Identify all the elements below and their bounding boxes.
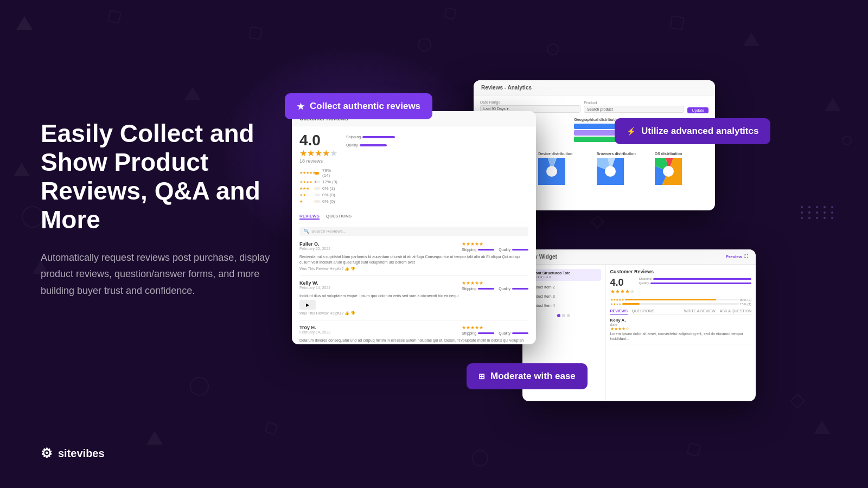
rating-count: 18 reviews [299,158,337,164]
selected-product[interactable]: Front Structured Tote ★★★★☆ 4.0 [527,269,601,281]
tab-questions[interactable]: QUESTIONS [326,214,352,220]
badge-moderate-label: Moderate with ease [490,371,576,382]
product-item[interactable]: Product Item 4 [527,301,601,310]
main-title: Easily Collect and Show Product Reviews,… [41,119,296,234]
filters: Shipping Quality [346,133,528,208]
review-text: Delarum dolores consequatur und ad corpu… [299,338,528,344]
rating-row-3: ★★★ 0% (1) [299,186,337,191]
review-stars: ★★★★★ [462,280,528,286]
customer-reviews-title: Customer Reviews [610,269,751,274]
device-dist: Device distribution [538,152,592,187]
moderate-icon: ⊞ [478,372,485,381]
review-item: Troy H. February 14, 2022 ★★★★★ Shipping… [299,325,528,344]
reviews-panel: Customer Reviews 4.0 ★★★★★ 18 reviews ★★… [292,111,536,344]
mini-rating-bars: ★★★★★ 80% (2) ★★★★ 15% (1) [610,298,751,306]
review-text: Incidunt dius ad voluptatem eaque. Ipsum… [299,293,528,299]
review-date: February 25, 2022 [299,247,330,251]
review-metrics: Shipping Quality [462,287,528,291]
badge-analytics: ⚡ Utilize advanced analytitcs [615,118,770,144]
reviews-panel-body: 4.0 ★★★★★ 18 reviews ★★★★★ 78% (14) ★★★★… [292,126,536,344]
tab-reviews-mini[interactable]: REVIEWS [610,309,628,314]
pagination[interactable] [527,314,601,317]
browser-dist: Browsers distribution [597,152,650,187]
badge-collect: ★ Collect authentic reviews [285,93,432,119]
rating-row-2: ★★ 0% (0) [299,192,337,197]
rating-row-5: ★★★★★ 78% (14) [299,168,337,178]
rating-bars: ★★★★★ 78% (14) ★★★★ 17% (3) ★★★ 0% (1) [299,168,337,204]
badge-analytics-label: Utilize advanced analytitcs [641,126,758,137]
panel-controls: Preview ⛶ [726,254,748,259]
write-review-btn[interactable]: WRITE A REVIEW [684,309,716,314]
tab-questions-mini[interactable]: QUESTIONS [632,309,654,314]
reviewer-name: Kelly W. [299,280,330,286]
reviewer-name: Troy H. [299,325,330,330]
device-pie-chart [538,158,565,185]
helpful-row: Was This Review Helpful? 👍 👎 [299,311,528,316]
browser-pie-chart [597,158,624,185]
review-metrics: Shipping Quality [462,331,528,335]
ask-question-btn[interactable]: ASK A QUESTION [720,309,751,314]
review-stars: ★★★★★ [462,241,528,247]
logo-icon: ⚙ [41,446,53,461]
review-metrics: Shipping Quality [462,248,528,252]
svg-point-9 [605,166,616,177]
logo-text: sitevibes [58,447,105,460]
search-icon: 🔍 [304,229,309,234]
review-text: Recienda nulla cupidatat Nam parformis I… [299,254,528,265]
badge-moderate: ⊞ Moderate with ease [467,363,588,389]
rating-row-1: ★ 0% (0) [299,199,337,204]
rating-stars: ★★★★★ [299,148,337,158]
analytics-icon: ⚡ [627,127,636,136]
rating-number: 4.0 [299,133,337,148]
product-item[interactable]: Product Item 2 [527,283,601,291]
review-date: February 14, 2022 [299,286,330,290]
os-dist: OS distribution [655,152,709,187]
mini-review-item: Kelly A. date ★★★★☆ Lorem ipsum dolor si… [610,318,751,344]
analytics-panel-header: Reviews - Analytics [474,80,715,95]
tab-reviews[interactable]: REVIEWS [299,214,320,220]
review-item: Fuller O. February 25, 2022 ★★★★★ Shippi… [299,241,528,276]
preview-label: Preview [726,254,742,259]
svg-point-14 [663,166,674,177]
helpful-row: Was This Review Helpful? 👍 👎 [299,267,528,271]
search-placeholder: Search Reviews... [311,229,346,234]
tabs[interactable]: REVIEWS QUESTIONS [299,214,528,222]
product-item[interactable]: Product Item 3 [527,292,601,300]
search-bar[interactable]: 🔍 Search Reviews... [299,227,528,236]
hero-content: Easily Collect and Show Product Reviews,… [41,119,296,299]
fullscreen-icon: ⛶ [744,254,748,259]
review-date: February 14, 2022 [299,330,330,334]
badge-collect-label: Collect authentic reviews [310,101,420,112]
reviews-preview: Customer Reviews 4.0 ★★★★★ Shipping Qual… [606,265,756,401]
overall-rating: 4.0 ★★★★★ 18 reviews ★★★★★ 78% (14) ★★★★… [299,133,337,208]
os-pie-chart [655,158,682,185]
review-stars: ★★★★★ [462,325,528,330]
star-icon: ★ [297,101,304,112]
subtitle: Automatically request reviews post purch… [41,249,296,299]
video-thumbnail: ▶ [299,300,316,310]
mini-tabs[interactable]: REVIEWS QUESTIONS WRITE A REVIEW ASK A Q… [610,309,751,315]
rating-row-4: ★★★★ 17% (3) [299,179,337,184]
svg-point-5 [546,166,557,177]
review-item: Kelly W. February 14, 2022 ★★★★★ Shippin… [299,280,528,321]
moderation-panel-header: My Widget Preview ⛶ [522,249,756,265]
logo: ⚙ sitevibes [41,446,105,461]
reviewer-name: Fuller O. [299,241,330,247]
